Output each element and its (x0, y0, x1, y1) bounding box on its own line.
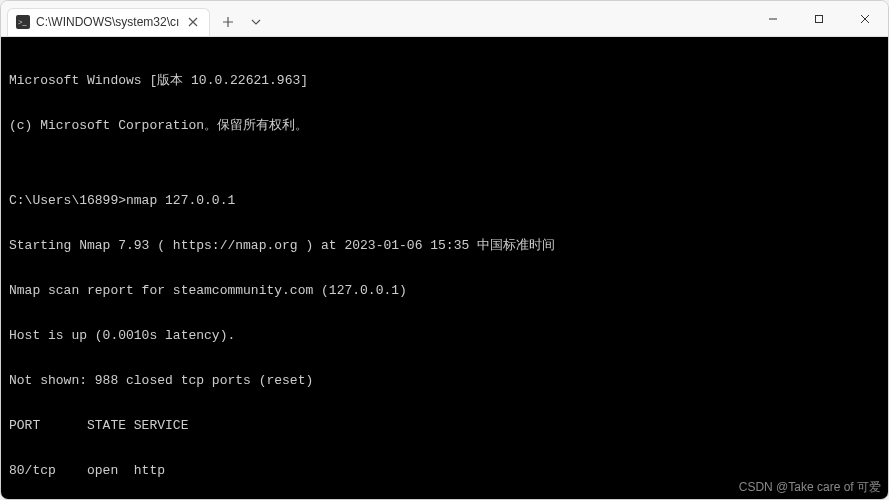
window-controls (750, 1, 888, 36)
table-header: PORT STATE SERVICE (9, 418, 880, 433)
tab-cmd[interactable]: >_ C:\WINDOWS\system32\cı (7, 8, 210, 36)
banner-line: Microsoft Windows [版本 10.0.22621.963] (9, 73, 880, 88)
output-line: Host is up (0.0010s latency). (9, 328, 880, 343)
maximize-button[interactable] (796, 1, 842, 36)
tab-dropdown-button[interactable] (244, 8, 268, 36)
output-line: Starting Nmap 7.93 ( https://nmap.org ) … (9, 238, 880, 253)
tab-title: C:\WINDOWS\system32\cı (36, 15, 179, 29)
output-line: Nmap scan report for steamcommunity.com … (9, 283, 880, 298)
svg-rect-2 (816, 15, 823, 22)
watermark: CSDN @Take care of 可爱 (739, 479, 881, 496)
close-button[interactable] (842, 1, 888, 36)
new-tab-button[interactable] (214, 8, 242, 36)
prompt-command: C:\Users\16899>nmap 127.0.0.1 (9, 193, 880, 208)
copyright-line: (c) Microsoft Corporation。保留所有权利。 (9, 118, 880, 133)
svg-text:>_: >_ (18, 18, 28, 27)
table-row: 80/tcp open http (9, 463, 880, 478)
tab-close-button[interactable] (185, 15, 201, 29)
minimize-button[interactable] (750, 1, 796, 36)
cmd-icon: >_ (16, 15, 30, 29)
tabs: >_ C:\WINDOWS\system32\cı (1, 1, 268, 36)
terminal-window: >_ C:\WINDOWS\system32\cı (0, 0, 889, 500)
output-line: Not shown: 988 closed tcp ports (reset) (9, 373, 880, 388)
titlebar: >_ C:\WINDOWS\system32\cı (1, 1, 888, 37)
terminal-output[interactable]: Microsoft Windows [版本 10.0.22621.963] (c… (1, 37, 888, 499)
